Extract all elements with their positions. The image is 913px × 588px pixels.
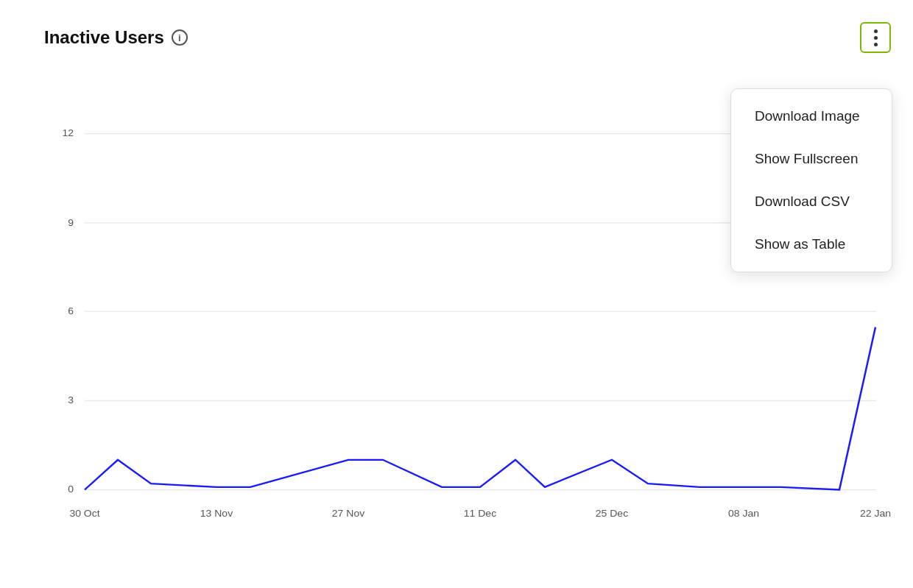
chart-container: Inactive Users i Download Image Show Ful…	[0, 0, 913, 588]
dropdown-item-download-image[interactable]: Download Image	[731, 95, 892, 138]
x-label-22jan: 22 Jan	[860, 509, 891, 519]
y-label-3: 3	[68, 395, 74, 405]
chart-title-area: Inactive Users i	[44, 27, 188, 48]
chart-line	[85, 327, 875, 489]
dropdown-item-download-csv[interactable]: Download CSV	[731, 180, 892, 223]
x-label-11dec: 11 Dec	[464, 509, 497, 519]
dropdown-item-show-as-table[interactable]: Show as Table	[731, 223, 892, 266]
chart-title: Inactive Users	[44, 27, 164, 48]
y-label-6: 6	[68, 305, 74, 316]
dropdown-item-show-fullscreen[interactable]: Show Fullscreen	[731, 138, 892, 180]
x-label-25dec: 25 Dec	[596, 509, 629, 519]
x-label-08jan: 08 Jan	[728, 509, 759, 519]
kebab-dot-2	[874, 36, 878, 40]
y-label-0: 0	[68, 484, 74, 495]
chart-header: Inactive Users i	[44, 22, 891, 53]
kebab-dot-3	[874, 43, 878, 46]
x-label-30oct: 30 Oct	[69, 509, 99, 519]
y-label-9: 9	[68, 217, 74, 227]
kebab-menu-button[interactable]	[860, 22, 891, 53]
dropdown-menu: Download Image Show Fullscreen Download …	[730, 88, 892, 272]
x-label-27nov: 27 Nov	[332, 509, 365, 519]
info-icon[interactable]: i	[172, 29, 188, 46]
kebab-dot-1	[874, 29, 878, 33]
y-label-12: 12	[62, 128, 74, 138]
x-label-13nov: 13 Nov	[200, 509, 233, 519]
